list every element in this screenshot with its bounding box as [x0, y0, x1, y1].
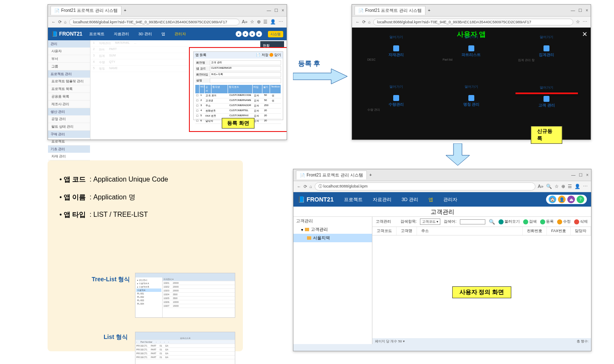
- col-fax[interactable]: FAX번호: [547, 227, 571, 235]
- app-card-link[interactable]: 열어가기: [516, 85, 577, 90]
- star-icon[interactable]: ☆: [576, 19, 580, 25]
- select-screen-type[interactable]: 트리+목록: [210, 72, 281, 77]
- profile-icon[interactable]: 👤: [575, 184, 580, 189]
- circle-button-1[interactable]: ●: [236, 31, 242, 37]
- new-tab-button[interactable]: +: [124, 8, 127, 13]
- app-card-link[interactable]: 열어가기: [365, 35, 427, 39]
- input-screen-name[interactable]: 고객 관리: [210, 60, 281, 65]
- nav-app[interactable]: 앱: [428, 196, 433, 203]
- close-button[interactable]: ×: [282, 8, 284, 13]
- nav-3d[interactable]: 3D 관리: [136, 31, 155, 38]
- collections-icon[interactable]: ☰: [568, 184, 572, 189]
- browser-tab[interactable]: 📄 Front21 프로젝트 관리 시스템: [51, 6, 121, 15]
- favorites-icon[interactable]: ⊕: [561, 184, 565, 189]
- search-value-input[interactable]: [460, 219, 485, 224]
- sidebar-item-template[interactable]: 프로젝트 템플릿 관리: [48, 78, 90, 85]
- table-row[interactable]: ☐ 1 고객 코드 CUSTOMERCODE 문자 50 선: [195, 93, 281, 98]
- sidebar-item-group[interactable]: 그룹: [48, 63, 90, 70]
- favorites-icon[interactable]: ⊕: [257, 19, 261, 25]
- sidebar-item-process[interactable]: 공정 관리: [48, 115, 90, 123]
- sidebar-item-commonparts[interactable]: 공용품 목록: [48, 93, 90, 101]
- pill-button-2[interactable]: 👤: [558, 196, 566, 203]
- sidebar-item-user[interactable]: 사용자: [48, 48, 90, 55]
- app-card-link[interactable]: 열어가기: [365, 84, 427, 89]
- sidebar-item-partstatus[interactable]: 팔트 상태 관리: [48, 123, 90, 131]
- menu-icon[interactable]: ⋯: [279, 19, 283, 25]
- minimize-button[interactable]: —: [571, 173, 575, 177]
- search-icon-button[interactable]: 🔍: [489, 219, 495, 225]
- app-card-link[interactable]: 열어가기: [515, 35, 578, 39]
- cell-check[interactable]: ☐: [195, 93, 200, 98]
- browser-tab[interactable]: 📄 Front21 프로젝트 관리 시스템: [296, 171, 367, 179]
- home-button[interactable]: ⌂: [368, 20, 371, 24]
- sidebar-item-material[interactable]: 자재 관리: [48, 153, 90, 160]
- nav-admin[interactable]: 관리자: [443, 196, 457, 203]
- address-bar[interactable]: localhost:8088/global.kpm?sid=T0E_94E_0_…: [373, 19, 573, 25]
- col-address[interactable]: 주소: [417, 227, 523, 235]
- table-row[interactable]: ☐ 3 주소 CUSTOMERADDR 문자 250: [195, 104, 281, 109]
- pill-button-4[interactable]: ？: [577, 196, 584, 203]
- menu-icon[interactable]: ⋯: [583, 19, 587, 25]
- maximize-button[interactable]: ☐: [274, 8, 278, 13]
- table-row[interactable]: ☐ 4 전화번호 CUSTOMERTEL 문자 20: [195, 109, 281, 114]
- register-button[interactable]: 등록: [540, 219, 554, 224]
- tree-item-root[interactable]: ▾ 고객관리: [293, 225, 372, 234]
- table-row[interactable]: ☐ 2 고객명 CUSTOMERNAME 문자 50 선: [195, 98, 281, 104]
- refresh-button[interactable]: ⟳: [362, 20, 366, 24]
- read-aloud-icon[interactable]: A»: [242, 19, 248, 25]
- nav-app[interactable]: 앱: [159, 31, 168, 38]
- delete-button[interactable]: 삭제: [574, 219, 588, 224]
- app-card-link[interactable]: 열어가기: [440, 84, 502, 89]
- back-button[interactable]: ←: [297, 184, 301, 189]
- sidebar-item-purchase-project[interactable]: 프로젝트: [48, 138, 90, 146]
- circle-button-2[interactable]: ●: [242, 31, 248, 37]
- search-button[interactable]: 검색: [523, 219, 537, 224]
- cell-check[interactable]: ☐: [195, 104, 200, 108]
- nav-3d[interactable]: 3D 관리: [402, 196, 418, 203]
- sidebar-item-maker[interactable]: 제조사 관리: [48, 101, 90, 108]
- col-customer-name[interactable]: 고객명: [397, 227, 417, 235]
- sidebar-item-dept[interactable]: 부서: [48, 55, 90, 63]
- refresh-button[interactable]: ⟳: [304, 184, 307, 189]
- maximize-button[interactable]: ☐: [579, 173, 583, 177]
- sidebar-item-projectlist[interactable]: 프로젝트 목록: [48, 85, 90, 93]
- input-app-code[interactable]: CUSTOMERMGR: [210, 66, 281, 71]
- read-aloud-icon[interactable]: A»: [538, 184, 544, 189]
- system-button[interactable]: 시스템: [268, 31, 283, 37]
- col-customer-code[interactable]: 고객코드: [372, 227, 397, 235]
- page-size-label[interactable]: 페이지 당 개수 50 ▾: [375, 339, 405, 344]
- nav-project[interactable]: 프로젝트: [87, 31, 107, 38]
- home-button[interactable]: ⌂: [64, 20, 67, 24]
- minimize-button[interactable]: —: [571, 8, 575, 13]
- col-manager[interactable]: 담당자: [571, 227, 591, 235]
- address-bar[interactable]: localhost:8088/global.kpm?sid=T0E_94E_0_…: [69, 19, 239, 25]
- circle-button-4[interactable]: ●: [256, 31, 262, 37]
- profile-icon[interactable]: 👤: [270, 19, 276, 25]
- minimize-button[interactable]: —: [267, 8, 271, 13]
- edit-button[interactable]: 수정: [557, 219, 571, 224]
- input-desc[interactable]: [210, 78, 281, 83]
- menu-icon[interactable]: ⋯: [583, 184, 588, 189]
- tree-item-seoul[interactable]: 서울지역: [293, 234, 372, 242]
- load-button[interactable]: 불러오기: [499, 219, 520, 224]
- browser-tab[interactable]: 📄 Front21 프로젝트 관리 시스템: [355, 6, 425, 15]
- pill-button-3[interactable]: ⏏: [567, 196, 575, 203]
- close-button[interactable]: ×: [586, 173, 589, 177]
- maximize-button[interactable]: ☐: [578, 8, 582, 13]
- nav-admin[interactable]: 관리자: [172, 31, 189, 38]
- star-icon[interactable]: ☆: [250, 19, 254, 25]
- app-card-customer-new[interactable]: 고객 관리 열어가기: [515, 92, 578, 94]
- new-tab-button[interactable]: +: [369, 173, 372, 177]
- app-card-link[interactable]: 열어가기: [440, 35, 502, 39]
- star-icon[interactable]: ☆: [555, 184, 559, 189]
- cell-check[interactable]: ☐: [195, 109, 200, 113]
- cell-check[interactable]: ☐: [195, 119, 200, 123]
- tree-toggle-icon[interactable]: ▾: [301, 227, 303, 232]
- cell-check[interactable]: ☐: [195, 98, 200, 103]
- col-phone[interactable]: 전화번호: [523, 227, 547, 235]
- popup-header-buttons[interactable]: 📄 저장 🟠 닫기: [256, 53, 281, 58]
- pill-button-1[interactable]: 🏠: [549, 196, 556, 203]
- search-field-select[interactable]: 고객코드 ▾: [420, 218, 440, 225]
- search-icon[interactable]: 🔍: [546, 184, 552, 189]
- cell-check[interactable]: ☐: [195, 114, 200, 118]
